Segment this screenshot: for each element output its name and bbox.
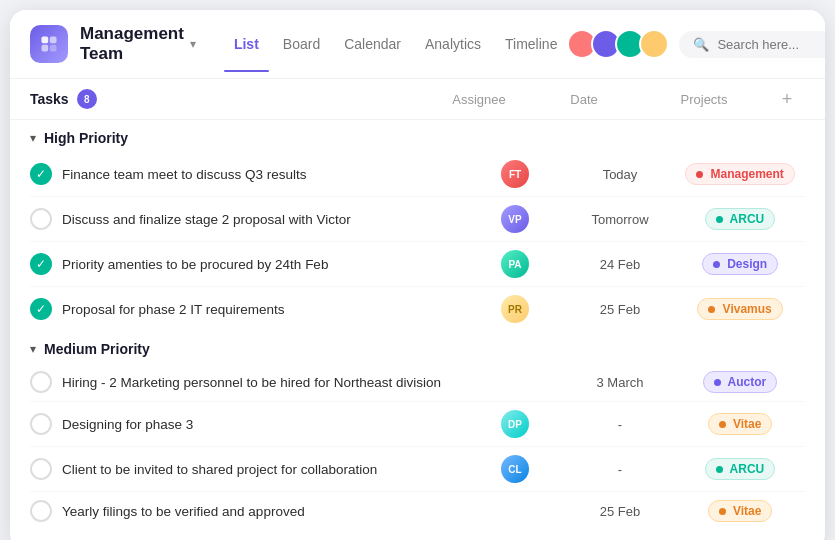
task-left: ✓ Priority amenties to be procured by 24… bbox=[30, 253, 465, 275]
assignee-avatar: FT bbox=[501, 160, 529, 188]
task-project: Auctor bbox=[675, 371, 805, 393]
task-date: 25 Feb bbox=[565, 504, 675, 519]
project-badge[interactable]: Design bbox=[702, 253, 778, 275]
task-project: Vitae bbox=[675, 500, 805, 522]
task-project: Design bbox=[675, 253, 805, 275]
tab-analytics[interactable]: Analytics bbox=[415, 30, 491, 58]
task-name: Yearly filings to be verified and approv… bbox=[62, 504, 305, 519]
table-row: ✓ Proposal for phase 2 IT requirements P… bbox=[30, 287, 805, 331]
badge-dot bbox=[696, 171, 703, 178]
project-badge[interactable]: ARCU bbox=[705, 208, 776, 230]
task-left: ✓ Hiring - 2 Marketing personnel to be h… bbox=[30, 371, 465, 393]
tab-list[interactable]: List bbox=[224, 30, 269, 58]
project-badge[interactable]: Vivamus bbox=[697, 298, 783, 320]
medium-priority-title: Medium Priority bbox=[44, 341, 150, 357]
search-icon: 🔍 bbox=[693, 37, 709, 52]
svg-rect-2 bbox=[42, 45, 49, 52]
app-logo bbox=[30, 25, 68, 63]
task-date: 24 Feb bbox=[565, 257, 675, 272]
medium-priority-chevron-icon: ▾ bbox=[30, 342, 36, 356]
task-name: Client to be invited to shared project f… bbox=[62, 462, 377, 477]
header: Management Team ▾ List Board Calendar An… bbox=[10, 10, 825, 79]
svg-rect-1 bbox=[50, 37, 57, 44]
task-left: ✓ Discuss and finalize stage 2 proposal … bbox=[30, 208, 465, 230]
task-date: Today bbox=[565, 167, 675, 182]
task-left: ✓ Designing for phase 3 bbox=[30, 413, 465, 435]
task-name: Designing for phase 3 bbox=[62, 417, 193, 432]
project-badge[interactable]: ARCU bbox=[705, 458, 776, 480]
tab-timeline[interactable]: Timeline bbox=[495, 30, 567, 58]
badge-dot bbox=[714, 379, 721, 386]
add-column-button[interactable]: + bbox=[769, 79, 805, 119]
table-row: ✓ Finance team meet to discuss Q3 result… bbox=[30, 152, 805, 197]
task-assignee: FT bbox=[465, 160, 565, 188]
svg-rect-0 bbox=[42, 37, 49, 44]
task-checkbox[interactable]: ✓ bbox=[30, 298, 52, 320]
table-row: ✓ Hiring - 2 Marketing personnel to be h… bbox=[30, 363, 805, 402]
task-checkbox[interactable]: ✓ bbox=[30, 371, 52, 393]
search-bar: 🔍 bbox=[679, 31, 825, 58]
title-chevron-icon[interactable]: ▾ bbox=[190, 37, 196, 51]
task-checkbox[interactable]: ✓ bbox=[30, 458, 52, 480]
tasks-count-badge: 8 bbox=[77, 89, 97, 109]
badge-dot bbox=[708, 306, 715, 313]
task-left: ✓ Yearly filings to be verified and appr… bbox=[30, 500, 465, 522]
project-badge[interactable]: Vitae bbox=[708, 413, 773, 435]
app-container: Management Team ▾ List Board Calendar An… bbox=[10, 10, 825, 540]
project-badge[interactable]: Auctor bbox=[703, 371, 778, 393]
task-project: Management bbox=[675, 163, 805, 185]
task-checkbox[interactable]: ✓ bbox=[30, 413, 52, 435]
task-name: Proposal for phase 2 IT requirements bbox=[62, 302, 285, 317]
task-project: Vitae bbox=[675, 413, 805, 435]
task-assignee: PA bbox=[465, 250, 565, 278]
assignee-avatar: DP bbox=[501, 410, 529, 438]
badge-dot bbox=[719, 508, 726, 515]
badge-dot bbox=[716, 216, 723, 223]
assignee-avatar: PA bbox=[501, 250, 529, 278]
task-checkbox[interactable]: ✓ bbox=[30, 500, 52, 522]
page-title: Management Team bbox=[80, 24, 184, 64]
avatar bbox=[639, 29, 669, 59]
tab-board[interactable]: Board bbox=[273, 30, 330, 58]
task-date: - bbox=[565, 462, 675, 477]
badge-dot bbox=[719, 421, 726, 428]
task-name: Discuss and finalize stage 2 proposal wi… bbox=[62, 212, 351, 227]
high-priority-title: High Priority bbox=[44, 130, 128, 146]
tab-calendar[interactable]: Calendar bbox=[334, 30, 411, 58]
task-left: ✓ Finance team meet to discuss Q3 result… bbox=[30, 163, 465, 185]
project-badge[interactable]: Vitae bbox=[708, 500, 773, 522]
task-name: Finance team meet to discuss Q3 results bbox=[62, 167, 307, 182]
task-date: 25 Feb bbox=[565, 302, 675, 317]
badge-dot bbox=[713, 261, 720, 268]
task-checkbox[interactable]: ✓ bbox=[30, 208, 52, 230]
table-header: Tasks 8 Assignee Date Projects + bbox=[10, 79, 825, 120]
task-name: Hiring - 2 Marketing personnel to be hir… bbox=[62, 375, 441, 390]
table-row: ✓ Client to be invited to shared project… bbox=[30, 447, 805, 492]
high-priority-section: ▾ High Priority ✓ Finance team meet to d… bbox=[10, 120, 825, 331]
table-row: ✓ Designing for phase 3 DP - Vitae bbox=[30, 402, 805, 447]
high-priority-header[interactable]: ▾ High Priority bbox=[30, 120, 805, 152]
task-checkbox[interactable]: ✓ bbox=[30, 163, 52, 185]
header-right: 🔍 + U bbox=[567, 28, 825, 60]
badge-dot bbox=[716, 466, 723, 473]
table-row: ✓ Yearly filings to be verified and appr… bbox=[30, 492, 805, 530]
task-date: 3 March bbox=[565, 375, 675, 390]
task-date: Tomorrow bbox=[565, 212, 675, 227]
col-date: Date bbox=[529, 79, 639, 119]
tasks-label-area: Tasks 8 bbox=[30, 79, 429, 119]
medium-priority-header[interactable]: ▾ Medium Priority bbox=[30, 331, 805, 363]
task-date: - bbox=[565, 417, 675, 432]
task-checkbox[interactable]: ✓ bbox=[30, 253, 52, 275]
task-project: Vivamus bbox=[675, 298, 805, 320]
avatar-group bbox=[567, 29, 669, 59]
task-assignee: VP bbox=[465, 205, 565, 233]
task-assignee: PR bbox=[465, 295, 565, 323]
project-badge[interactable]: Management bbox=[685, 163, 795, 185]
task-left: ✓ Client to be invited to shared project… bbox=[30, 458, 465, 480]
table-row: ✓ Priority amenties to be procured by 24… bbox=[30, 242, 805, 287]
task-left: ✓ Proposal for phase 2 IT requirements bbox=[30, 298, 465, 320]
assignee-avatar: VP bbox=[501, 205, 529, 233]
task-project: ARCU bbox=[675, 458, 805, 480]
task-assignee: CL bbox=[465, 455, 565, 483]
search-input[interactable] bbox=[717, 37, 825, 52]
